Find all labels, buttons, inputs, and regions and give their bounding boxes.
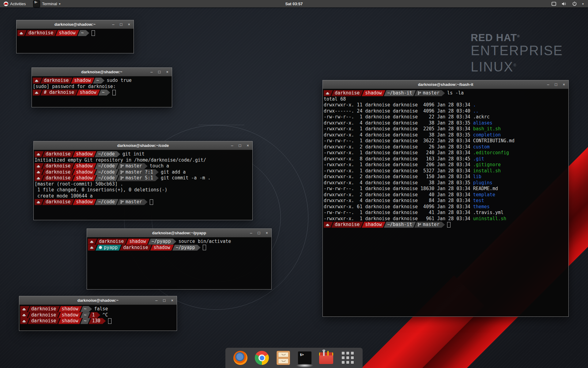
terminal-content[interactable]: darknoiseshadow~falsedarknoiseshadow~1^C… xyxy=(19,305,177,331)
terminal-line: darknoiseshadow~/codegit init xyxy=(35,151,251,157)
minimize-button[interactable]: – xyxy=(112,20,114,29)
ls-entry-meta: -rw-rw-r--. 1 darknoise darknoise 18630 … xyxy=(324,186,473,192)
terminal-cursor xyxy=(108,318,111,324)
app-grid-icon[interactable] xyxy=(341,351,355,365)
redhat-icon xyxy=(90,246,94,249)
ls-entry-meta: -rwxrwxr-x. 1 darknoise darknoise 2205 J… xyxy=(324,126,473,132)
ls-entry-meta: drwxrwxr-x. 61 darknoise darknoise 4096 … xyxy=(324,204,473,210)
caret-down-icon[interactable]: ▾ xyxy=(582,2,584,6)
terminal-content[interactable]: darknoiseshadow~sudo true[sudo] password… xyxy=(32,76,172,107)
terminal-line: darknoiseshadow~1^C xyxy=(20,312,176,318)
maximize-button[interactable]: □ xyxy=(163,296,166,305)
terminal-line: drwxrwxr-x. 2 darknoise darknoise 26 Jan… xyxy=(324,144,567,150)
prompt-segment-user: darknoise xyxy=(28,306,60,312)
close-button[interactable]: × xyxy=(247,141,249,150)
output-text: total 68 xyxy=(324,96,346,102)
prompt-segment-host: shadow xyxy=(73,163,96,169)
command-text: ls -la xyxy=(447,90,464,96)
minimize-button[interactable]: – xyxy=(155,296,157,305)
prompt-segment-user: darknoise xyxy=(42,175,74,181)
close-button[interactable]: × xyxy=(266,229,268,237)
prompt-segment-hat xyxy=(17,30,27,36)
close-button[interactable]: × xyxy=(563,80,565,89)
prompt-segment-hat xyxy=(324,90,333,96)
file-name: template xyxy=(473,192,495,198)
ls-entry-meta: -rw-rw-r--. 1 darknoise darknoise 41 Jan… xyxy=(324,210,473,216)
activities-button[interactable]: Activities xyxy=(0,0,29,7)
redhat-icon xyxy=(22,308,26,311)
command-text: git init xyxy=(123,151,145,157)
prompt-segment-hat xyxy=(35,169,44,175)
volume-icon[interactable] xyxy=(562,2,567,6)
window-titlebar[interactable]: darknoise@shadow:~/pyapp–□× xyxy=(87,229,271,237)
terminal-content[interactable]: darknoiseshadow~/codegit initInitialized… xyxy=(34,150,252,220)
terminal-content[interactable]: darknoiseshadow~ xyxy=(17,29,134,53)
close-button[interactable]: × xyxy=(128,20,130,29)
file-name: CONTRIBUTING.md xyxy=(473,138,514,144)
chrome-icon[interactable] xyxy=(255,351,269,365)
maximize-button[interactable]: □ xyxy=(555,80,557,89)
file-name: uninstall.sh xyxy=(473,216,506,222)
running-indicator xyxy=(296,364,313,367)
prompt-segment-path: ~ xyxy=(80,312,90,318)
terminal-line: [master (root-commit) 50bcb63] . xyxy=(35,181,251,187)
desktop: RED HAT® ENTERPRISE LINUX® darknoise@sha… xyxy=(0,0,588,368)
prompt-segment-user: darknoise xyxy=(120,245,152,251)
terminal-line: darknoiseshadow~130 xyxy=(20,318,176,324)
minimize-button[interactable]: – xyxy=(231,141,233,150)
file-name: themes xyxy=(473,204,490,210)
terminal-line: -rw-rw-r--. 1 darknoise darknoise 3622 J… xyxy=(324,138,567,144)
terminal-line: -rwxrwxr-x. 1 darknoise darknoise 240 Ja… xyxy=(324,150,567,156)
terminal-icon[interactable] xyxy=(298,351,312,365)
prompt-segment-git: master S:1 xyxy=(117,175,159,181)
output-text: 1 file changed, 0 insertions(+), 0 delet… xyxy=(35,187,167,193)
maximize-button[interactable]: □ xyxy=(258,229,260,237)
terminal-cursor xyxy=(92,30,95,36)
minimize-button[interactable]: – xyxy=(250,229,252,237)
file-name: custom xyxy=(473,144,490,150)
ls-entry-meta: -rwxrwxr-x. 1 darknoise darknoise 240 Ja… xyxy=(324,150,473,156)
power-icon[interactable] xyxy=(572,2,577,6)
prompt-segment-host: shadow xyxy=(150,245,174,251)
window-title: darknoise@shadow:~/code xyxy=(34,143,252,148)
file-name: README.md xyxy=(473,186,498,192)
window-titlebar[interactable]: darknoise@shadow:~/bash-it–□× xyxy=(323,80,568,89)
workspace-icon[interactable] xyxy=(552,2,556,6)
prompt-segment-user: darknoise xyxy=(42,199,74,205)
prompt-segment-user: darknoise xyxy=(25,30,57,36)
terminal-content[interactable]: darknoiseshadow~/bash-itmasterls -latota… xyxy=(323,89,568,316)
redhat-icon xyxy=(35,79,39,82)
window-titlebar[interactable]: darknoise@shadow:~–□× xyxy=(32,68,172,76)
window-titlebar[interactable]: darknoise@shadow:~–□× xyxy=(17,20,134,29)
maximize-button[interactable]: □ xyxy=(158,68,161,76)
prompt-segment-user: darknoise xyxy=(331,90,363,96)
terminal-window: darknoise@shadow:~/bash-it–□×darknoisesh… xyxy=(322,80,569,317)
terminal-window: darknoise@shadow:~/pyapp–□×darknoiseshad… xyxy=(87,228,272,289)
clock[interactable]: Sat 03:57 xyxy=(0,2,588,6)
close-button[interactable]: × xyxy=(171,296,173,305)
minimize-button[interactable]: – xyxy=(150,68,153,76)
file-name: aliases xyxy=(473,120,492,126)
toolbox-icon[interactable] xyxy=(319,351,333,365)
firefox-icon[interactable] xyxy=(233,351,247,365)
terminal-line: -rwxrwxr-x. 1 darknoise darknoise 5327 J… xyxy=(324,168,567,174)
terminal-cursor xyxy=(150,199,153,205)
prompt-segment-exit: 1 xyxy=(89,312,100,318)
window-titlebar[interactable]: darknoise@shadow:~/code–□× xyxy=(34,141,252,150)
terminal-app-icon xyxy=(33,0,40,7)
prompt-segment-exit: 130 xyxy=(89,318,106,324)
window-titlebar[interactable]: darknoise@shadow:~–□× xyxy=(19,296,177,305)
prompt-segment-hat xyxy=(35,199,44,205)
maximize-button[interactable]: □ xyxy=(120,20,123,29)
app-menu[interactable]: Terminal ▾ xyxy=(29,0,64,7)
terminal-content[interactable]: darknoiseshadow~/pyappsource bin/activat… xyxy=(87,237,271,289)
close-button[interactable]: × xyxy=(166,68,168,76)
terminal-window: darknoise@shadow:~–□×darknoiseshadow~ xyxy=(16,20,134,53)
ls-entry-meta: -rwxrwxr-x. 1 darknoise darknoise 206 Ja… xyxy=(324,162,473,168)
prompt-segment-user: darknoise xyxy=(331,222,363,228)
terminal-line: drwxrwxr-x. 2 darknoise darknoise 150 Ja… xyxy=(324,174,567,180)
ls-entry-meta: drwxrwxr-x. 2 darknoise darknoise 150 Ja… xyxy=(324,174,473,180)
maximize-button[interactable]: □ xyxy=(239,141,241,150)
minimize-button[interactable]: – xyxy=(547,80,549,89)
file-manager-icon[interactable] xyxy=(276,351,290,365)
